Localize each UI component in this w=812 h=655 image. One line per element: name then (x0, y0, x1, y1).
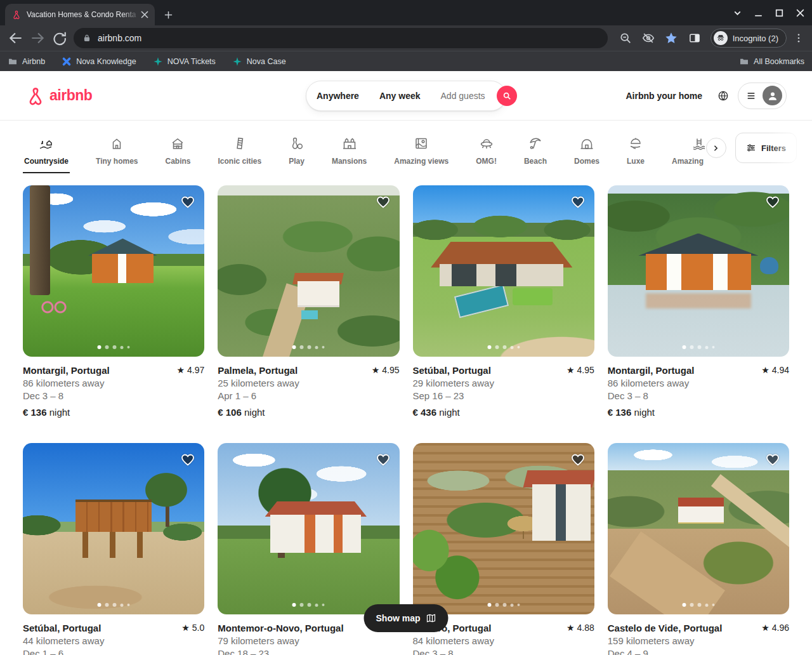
listing-photo[interactable] (23, 443, 204, 614)
amazing-pools-icon (691, 136, 705, 151)
bookmark-label: Nova Case (247, 57, 286, 66)
back-button[interactable] (8, 30, 24, 46)
iconic-cities-icon (232, 136, 247, 151)
listing-card[interactable]: Palmela, Portugal★ 4.9525 kilometers awa… (218, 185, 399, 418)
bookmark-item[interactable]: Nova Knowledge (62, 56, 136, 67)
category-countryside[interactable]: Countryside (23, 132, 70, 173)
new-tab-button[interactable] (160, 6, 176, 23)
eye-off-icon[interactable] (641, 31, 655, 45)
category-amazing-views[interactable]: Amazing views (393, 132, 450, 173)
incognito-badge[interactable]: Incognito (2) (710, 29, 787, 48)
listing-price-suffix: night (436, 407, 460, 418)
category-domes[interactable]: Domes (573, 132, 601, 173)
window-minimize-button[interactable] (753, 8, 764, 18)
category-cabins[interactable]: Cabins (164, 132, 192, 173)
heart-icon[interactable] (376, 194, 391, 209)
photo-pagination-dots (98, 345, 130, 349)
listing-distance: 25 kilometers away (218, 378, 399, 388)
folder-icon (739, 56, 749, 67)
beach-icon (528, 136, 543, 151)
airbnb-wordmark: airbnb (49, 87, 92, 104)
airbnb-favicon (11, 10, 22, 20)
search-button[interactable] (497, 86, 517, 106)
categories-next-button[interactable] (706, 138, 726, 158)
category-mansions[interactable]: Mansions (331, 132, 368, 173)
listing-dates: Dec 3 – 8 (413, 648, 594, 655)
window-chevron-down-icon[interactable] (732, 8, 743, 18)
tiny-homes-icon (109, 136, 124, 151)
address-bar[interactable]: airbnb.com (74, 28, 608, 48)
category-omg[interactable]: OMG! (475, 132, 498, 173)
category-tiny-homes[interactable]: Tiny homes (95, 132, 139, 173)
listing-photo[interactable] (218, 443, 399, 614)
teal-spark-icon (232, 56, 242, 67)
heart-icon[interactable] (765, 452, 780, 467)
bookmark-item[interactable]: Nova Case (232, 56, 286, 67)
listing-price: € 106 (218, 407, 242, 418)
listing-card[interactable]: Setúbal, Portugal★ 5.044 kilometers away… (23, 443, 204, 655)
listing-photo[interactable] (218, 185, 399, 357)
listing-price-row: € 436 night (413, 407, 594, 418)
browser-tab[interactable]: Vacation Homes & Condo Renta (5, 4, 155, 25)
listing-dates: Dec 3 – 8 (608, 390, 789, 401)
category-luxe[interactable]: Luxe (625, 132, 646, 173)
listing-price-row: € 136 night (23, 407, 204, 418)
heart-icon[interactable] (180, 452, 195, 467)
listing-card[interactable]: Setúbal, Portugal★ 4.9529 kilometers awa… (413, 185, 594, 418)
listing-card[interactable]: Montargil, Portugal★ 4.9486 kilometers a… (608, 185, 789, 418)
bookmark-star-icon[interactable] (664, 31, 678, 45)
show-map-button[interactable]: Show map (363, 604, 448, 632)
category-label: Mansions (332, 157, 367, 166)
search-bar[interactable]: Anywhere Any week Add guests (306, 81, 506, 111)
listing-rating: ★ 5.0 (181, 623, 204, 633)
listing-price-suffix: night (242, 407, 265, 418)
globe-icon[interactable] (717, 90, 729, 102)
listing-photo[interactable] (608, 185, 789, 357)
listing-card[interactable]: Montargil, Portugal★ 4.9786 kilometers a… (23, 185, 204, 418)
category-label: OMG! (476, 157, 497, 166)
heart-icon[interactable] (765, 194, 780, 209)
listing-dates: Dec 4 – 9 (608, 648, 789, 655)
category-label: Amazing views (394, 157, 449, 166)
search-any-week[interactable]: Any week (369, 91, 431, 101)
reload-button[interactable] (51, 30, 67, 46)
search-add-guests[interactable]: Add guests (431, 91, 495, 101)
bookmark-item[interactable]: NOVA Tickets (153, 56, 216, 67)
airbnb-logo[interactable]: airbnb (25, 85, 92, 107)
category-label: Tiny homes (96, 157, 138, 166)
search-anywhere[interactable]: Anywhere (306, 91, 369, 101)
forward-button[interactable] (29, 30, 46, 46)
bookmark-item[interactable]: Airbnb (8, 56, 45, 67)
listing-distance: 84 kilometers away (413, 635, 594, 646)
heart-icon[interactable] (180, 194, 195, 209)
listing-photo[interactable] (608, 443, 789, 614)
category-beach[interactable]: Beach (523, 132, 548, 173)
listing-location: Montemor-o-Novo, Portugal (218, 623, 343, 633)
listing-price-row: € 136 night (608, 407, 789, 418)
window-maximize-button[interactable] (774, 8, 785, 18)
amazing-views-icon (414, 136, 429, 151)
all-bookmarks-label: All Bookmarks (754, 57, 804, 66)
all-bookmarks-button[interactable]: All Bookmarks (739, 56, 804, 67)
heart-icon[interactable] (570, 452, 586, 467)
category-iconic-cities[interactable]: Iconic cities (217, 132, 263, 173)
airbnb-your-home-link[interactable]: Airbnb your home (619, 86, 709, 106)
listing-rating: ★ 4.95 (372, 365, 400, 376)
window-close-button[interactable] (795, 8, 806, 18)
listing-photo[interactable] (413, 443, 594, 614)
listing-location: Montargil, Portugal (608, 365, 695, 376)
heart-icon[interactable] (376, 452, 391, 467)
listing-photo[interactable] (23, 185, 204, 357)
heart-icon[interactable] (570, 194, 586, 209)
tab-close-icon[interactable] (140, 10, 150, 20)
side-panel-icon[interactable] (688, 32, 701, 44)
category-amazing-pools[interactable]: Amazing pools (671, 132, 705, 173)
listing-photo[interactable] (413, 185, 594, 357)
category-play[interactable]: Play (287, 132, 306, 173)
zoom-icon[interactable] (619, 31, 632, 45)
user-menu-button[interactable] (738, 83, 787, 109)
browser-menu-icon[interactable] (793, 32, 804, 44)
listing-distance: 86 kilometers away (23, 378, 204, 388)
filters-button[interactable]: Filters (735, 133, 797, 163)
listing-card[interactable]: Castelo de Vide, Portugal★ 4.96159 kilom… (608, 443, 789, 655)
